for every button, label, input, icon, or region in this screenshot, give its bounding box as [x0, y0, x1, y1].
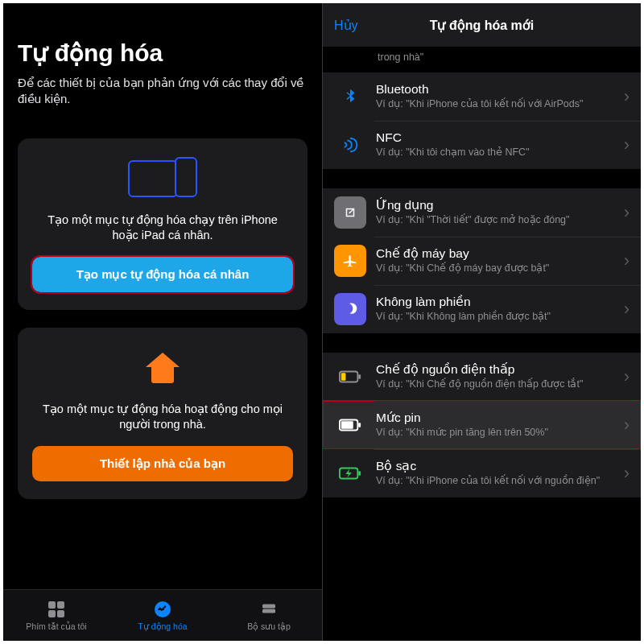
page-subtitle: Để các thiết bị của bạn phản ứng với các… [18, 75, 308, 108]
screen-automation-home: Tự động hóa Để các thiết bị của bạn phản… [3, 3, 322, 641]
row-title: Mức pin [376, 411, 621, 425]
row-subtitle: Ví dụ: "Khi iPhone của tôi kết nối với n… [376, 475, 621, 488]
battery-charging-icon [334, 457, 366, 489]
row-subtitle: Ví dụ: "Khi mức pin tăng lên trên 50%" [376, 427, 621, 440]
chevron-right-icon: › [621, 250, 633, 271]
row-title: Không làm phiền [376, 295, 621, 309]
clock-check-icon [153, 601, 172, 618]
card-home-automation: Tạo một mục tự động hóa hoạt động cho mọ… [18, 328, 308, 499]
screen-new-automation: Hủy Tự động hóa mới trong nhà" Bluetooth… [322, 3, 641, 641]
nav-title: Tự động hóa mới [430, 18, 535, 33]
nfc-icon [334, 129, 366, 161]
battery-low-icon [334, 361, 366, 393]
chevron-right-icon: › [621, 415, 633, 436]
svg-rect-1 [358, 374, 361, 379]
tab-label: Tự động hóa [138, 621, 187, 631]
partial-row-tail: trong nhà" [378, 47, 641, 72]
battery-icon [334, 409, 366, 441]
airplane-icon [334, 245, 366, 277]
cancel-button[interactable]: Hủy [334, 18, 358, 33]
chevron-right-icon: › [621, 134, 633, 155]
row-subtitle: Ví dụ: "Khi tôi chạm vào thẻ NFC" [376, 147, 621, 159]
row-title: NFC [376, 130, 621, 145]
stack-icon [259, 601, 279, 618]
svg-rect-2 [341, 373, 346, 380]
tab-label: Bộ sưu tập [247, 621, 291, 631]
row-title: Bluetooth [376, 82, 621, 97]
tab-label: Phím tắt của tôi [26, 621, 86, 631]
app-open-icon [334, 196, 366, 229]
home-icon [32, 345, 293, 390]
tab-gallery[interactable]: Bộ sưu tập [216, 590, 322, 641]
card-personal-automation: Tạo một mục tự động hóa chạy trên iPhone… [18, 138, 308, 310]
card-home-desc: Tạo một mục tự động hóa hoạt động cho mọ… [32, 402, 293, 433]
tab-bar: Phím tắt của tôi Tự động hóa Bộ sưu tập [3, 589, 322, 641]
trigger-charger[interactable]: Bộ sạc Ví dụ: "Khi iPhone của tôi kết nố… [323, 449, 641, 497]
svg-rect-5 [341, 421, 353, 428]
trigger-low-power-mode[interactable]: Chế độ nguồn điện thấp Ví dụ: "Khi Chế đ… [323, 353, 641, 401]
chevron-right-icon: › [621, 86, 633, 107]
row-subtitle: Ví dụ: "Khi iPhone của tôi kết nối với A… [376, 98, 621, 111]
trigger-list[interactable]: trong nhà" Bluetooth Ví dụ: "Khi iPhone … [323, 47, 641, 641]
row-subtitle: Ví dụ: "Khi "Thời tiết" được mở hoặc đón… [376, 214, 621, 227]
trigger-app[interactable]: Ứng dụng Ví dụ: "Khi "Thời tiết" được mở… [323, 188, 641, 237]
tab-shortcuts[interactable]: Phím tắt của tôi [3, 590, 109, 641]
trigger-nfc[interactable]: NFC Ví dụ: "Khi tôi chạm vào thẻ NFC" › [323, 121, 641, 169]
trigger-airplane-mode[interactable]: Chế độ máy bay Ví dụ: "Khi Chế độ máy ba… [323, 237, 641, 285]
setup-home-button[interactable]: Thiết lập nhà của bạn [32, 446, 293, 481]
tab-automation[interactable]: Tự động hóa [109, 590, 216, 641]
grid-icon [47, 601, 66, 618]
page-title: Tự động hóa [18, 39, 308, 67]
svg-rect-7 [358, 471, 361, 476]
trigger-battery-level[interactable]: Mức pin Ví dụ: "Khi mức pin tăng lên trê… [323, 401, 641, 449]
bluetooth-icon [334, 80, 366, 113]
trigger-do-not-disturb[interactable]: Không làm phiền Ví dụ: "Khi Không làm ph… [323, 285, 641, 333]
chevron-right-icon: › [621, 463, 633, 484]
svg-rect-4 [358, 423, 361, 427]
chevron-right-icon: › [621, 202, 633, 223]
chevron-right-icon: › [621, 366, 633, 387]
row-title: Chế độ nguồn điện thấp [376, 362, 621, 377]
card-personal-desc: Tạo một mục tự động hóa chạy trên iPhone… [32, 213, 293, 244]
row-title: Ứng dụng [376, 198, 621, 213]
chevron-right-icon: › [621, 299, 633, 320]
create-personal-automation-button[interactable]: Tạo mục tự động hóa cá nhân [32, 257, 293, 292]
trigger-bluetooth[interactable]: Bluetooth Ví dụ: "Khi iPhone của tôi kết… [323, 72, 641, 121]
moon-icon [334, 293, 366, 325]
row-subtitle: Ví dụ: "Khi Chế độ máy bay được bật" [376, 262, 621, 275]
nav-bar: Hủy Tự động hóa mới [323, 3, 641, 47]
row-title: Chế độ máy bay [376, 246, 621, 261]
row-title: Bộ sạc [376, 459, 621, 473]
row-subtitle: Ví dụ: "Khi Không làm phiền được bật" [376, 311, 621, 324]
row-subtitle: Ví dụ: "Khi Chế độ nguồn điện thấp được … [376, 378, 621, 391]
devices-icon [32, 156, 293, 201]
